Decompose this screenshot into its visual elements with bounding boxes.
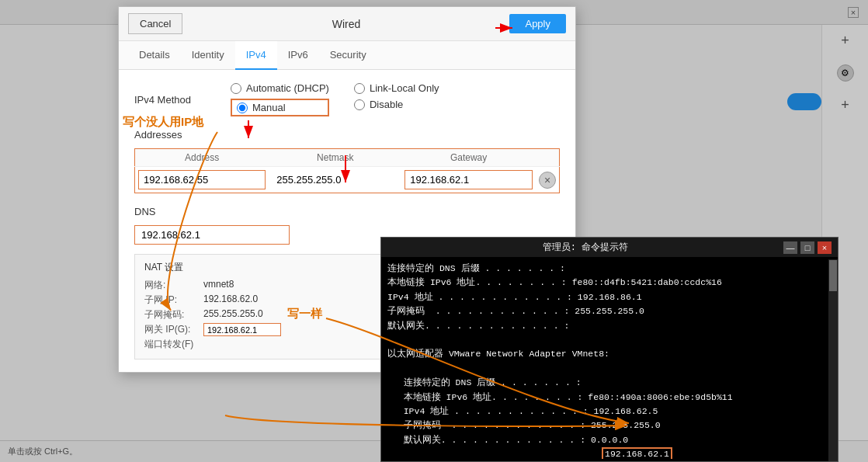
delete-address-button[interactable]: × <box>539 172 556 189</box>
address-row: × <box>135 167 560 193</box>
cmd-line-6 <box>387 333 832 347</box>
nat-subnet-val: 192.168.62.0 <box>203 294 258 307</box>
cmd-line-14: 192.168.62.1 <box>387 447 832 459</box>
nat-subnet-key: 子网 IP: <box>144 294 199 307</box>
tab-ipv4[interactable]: IPv4 <box>235 41 277 70</box>
dialog-tabs: Details Identity IPv4 IPv6 Security <box>119 41 575 70</box>
nat-network-key: 网络: <box>144 279 199 292</box>
cmd-window: 管理员: 命令提示符 — □ × 连接特定的 DNS 后缀 . . . . . … <box>380 237 838 462</box>
manual-option[interactable]: Manual <box>231 99 329 116</box>
dhcp-option[interactable]: Automatic (DHCP) <box>231 82 329 94</box>
nat-gateway-input[interactable] <box>203 323 281 336</box>
gateway-input[interactable] <box>404 170 533 189</box>
disable-radio[interactable] <box>354 99 365 110</box>
gateway-highlight: 192.168.62.1 <box>602 447 672 459</box>
nat-network-val: vmnet8 <box>203 279 234 292</box>
tab-ipv6[interactable]: IPv6 <box>277 41 319 70</box>
cmd-minimize-button[interactable]: — <box>783 241 797 254</box>
cmd-titlebar: 管理员: 命令提示符 — □ × <box>381 238 838 257</box>
address-input[interactable] <box>138 170 266 189</box>
disable-option[interactable]: Disable <box>354 99 439 110</box>
cmd-restore-button[interactable]: □ <box>800 241 814 254</box>
nat-netmask-key: 子网掩码: <box>144 308 199 321</box>
dns-input[interactable] <box>134 225 290 245</box>
cancel-button[interactable]: Cancel <box>128 13 182 34</box>
addresses-table: Address Netmask Gateway <box>134 148 560 193</box>
cmd-line-7: 以太网适配器 VMware Network Adapter VMnet8: <box>387 347 832 361</box>
address-col-header: Address <box>135 149 269 167</box>
cmd-line-5: 默认网关. . . . . . . . . . . . . : <box>387 319 832 333</box>
addresses-section: Addresses Address Netmask Gateway <box>134 129 560 193</box>
netmask-input[interactable] <box>272 171 398 189</box>
netmask-col-header: Netmask <box>269 149 401 167</box>
link-local-option[interactable]: Link-Local Only <box>354 82 439 94</box>
cmd-content: 连接特定的 DNS 后缀 . . . . . . . : 本地链接 IPv6 地… <box>381 257 838 459</box>
tab-security[interactable]: Security <box>319 41 377 70</box>
cmd-scrollbar-thumb <box>829 260 837 291</box>
cmd-title: 管理员: 命令提示符 <box>387 241 783 254</box>
nat-port-forward-label: 端口转发(F) <box>144 338 199 351</box>
dns-label: DNS <box>134 206 560 217</box>
dialog-titlebar: Cancel Wired Apply <box>119 7 575 41</box>
dialog-title: Wired <box>189 18 503 30</box>
cmd-line-2: 本地链接 IPv6 地址. . . . . . . . : fe80::d4fb… <box>387 276 832 290</box>
tab-details[interactable]: Details <box>128 41 181 70</box>
link-local-radio[interactable] <box>354 83 365 94</box>
cmd-line-8 <box>387 362 832 376</box>
cmd-line-10: 本地链接 IPv6 地址. . . . . . . . : fe80::490a… <box>387 391 832 405</box>
tab-identity[interactable]: Identity <box>181 41 235 70</box>
apply-button[interactable]: Apply <box>509 14 566 33</box>
cmd-line-11: IPv4 地址 . . . . . . . . . . . . : 192.16… <box>387 405 832 419</box>
cmd-controls: — □ × <box>783 241 832 254</box>
cmd-line-1: 连接特定的 DNS 后缀 . . . . . . . : <box>387 262 832 276</box>
cmd-scrollbar[interactable] <box>828 259 838 461</box>
cmd-line-3: IPv4 地址 . . . . . . . . . . . . : 192.16… <box>387 290 832 304</box>
ipv4-method-row: IPv4 Method Automatic (DHCP) Manual <box>134 82 560 116</box>
cmd-line-13: 默认网关. . . . . . . . . . . . . : 0.0.0.0 <box>387 433 832 447</box>
dhcp-radio[interactable] <box>231 83 241 94</box>
right-method-group: Link-Local Only Disable <box>354 82 439 116</box>
nat-gateway-key: 网关 IP(G): <box>144 323 199 336</box>
cmd-line-4: 子网掩码 . . . . . . . . . . . . : 255.255.2… <box>387 304 832 318</box>
nat-netmask-val: 255.255.255.0 <box>203 308 263 321</box>
gateway-col-header: Gateway <box>401 149 536 167</box>
manual-radio[interactable] <box>237 102 248 113</box>
method-options: Automatic (DHCP) Manual Link-Local Only … <box>231 82 439 116</box>
left-method-group: Automatic (DHCP) Manual <box>231 82 329 116</box>
cmd-line-9: 连接特定的 DNS 后缀 . . . . . . . : <box>387 376 832 390</box>
cmd-close-button[interactable]: × <box>818 241 832 254</box>
addresses-label: Addresses <box>134 129 560 141</box>
ipv4-method-label: IPv4 Method <box>134 94 212 106</box>
cmd-line-12: 子网掩码 . . . . . . . . . . . . : 255.255.2… <box>387 419 832 432</box>
